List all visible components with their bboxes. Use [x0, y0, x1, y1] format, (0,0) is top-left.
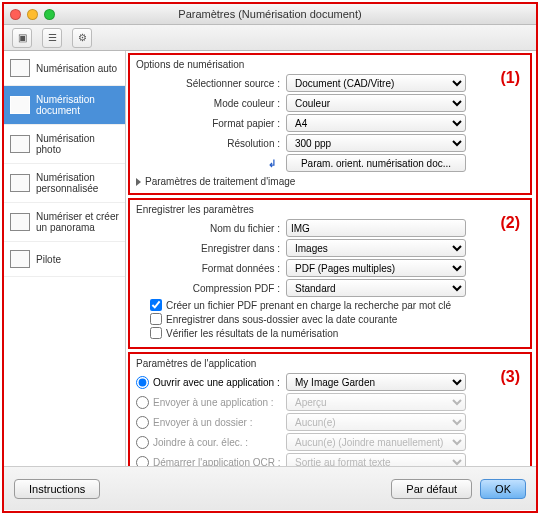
resolution-select[interactable]: 300 ppp: [286, 134, 466, 152]
sidebar-item-document[interactable]: Numérisation document: [4, 86, 125, 125]
sidebar-item-custom[interactable]: Numérisation personnalisée: [4, 164, 125, 203]
auto-icon: [10, 59, 30, 77]
sidebar-item-label: Numérisation auto: [36, 63, 117, 74]
sidebar-item-label: Numérisation personnalisée: [36, 172, 119, 194]
send-to-folder-radio[interactable]: [136, 416, 149, 429]
format-label: Format données :: [136, 263, 286, 274]
resolution-label: Résolution :: [136, 138, 286, 149]
section-title: Enregistrer les paramètres: [136, 204, 524, 215]
sidebar-item-label: Numériser et créer un panorama: [36, 211, 119, 233]
radio-label: Envoyer à une application :: [153, 397, 274, 408]
section-save-settings: (2) Enregistrer les paramètres Nom du fi…: [128, 198, 532, 349]
toolbar: ▣ ☰ ⚙: [4, 25, 536, 51]
paper-select[interactable]: A4: [286, 114, 466, 132]
pdf-searchable-checkbox[interactable]: [150, 299, 162, 311]
photo-icon: [10, 135, 30, 153]
source-label: Sélectionner source :: [136, 78, 286, 89]
attach-email-radio[interactable]: [136, 436, 149, 449]
section-application-settings: (3) Paramètres de l'application Ouvrir a…: [128, 352, 532, 466]
sidebar-item-photo[interactable]: Numérisation photo: [4, 125, 125, 164]
sidebar: Numérisation auto Numérisation document …: [4, 51, 126, 466]
paper-label: Format papier :: [136, 118, 286, 129]
section-number: (2): [500, 214, 520, 232]
section-number: (1): [500, 69, 520, 87]
attach-email-select: Aucun(e) (Joindre manuellement): [286, 433, 466, 451]
instructions-button[interactable]: Instructions: [14, 479, 100, 499]
send-to-app-select: Aperçu: [286, 393, 466, 411]
image-processing-disclosure[interactable]: Paramètres de traitement d'image: [136, 176, 524, 187]
main-panel: (1) Options de numérisation Sélectionner…: [126, 51, 536, 466]
document-icon: [10, 96, 30, 114]
panorama-icon: [10, 213, 30, 231]
defaults-button[interactable]: Par défaut: [391, 479, 472, 499]
check-results-checkbox[interactable]: [150, 327, 162, 339]
subfolder-date-checkbox[interactable]: [150, 313, 162, 325]
window-title: Paramètres (Numérisation document): [4, 8, 536, 20]
savein-select[interactable]: Images: [286, 239, 466, 257]
disclosure-label: Paramètres de traitement d'image: [145, 176, 295, 187]
sidebar-item-label: Numérisation document: [36, 94, 119, 116]
radio-label: Envoyer à un dossier :: [153, 417, 253, 428]
sidebar-item-driver[interactable]: Pilote: [4, 242, 125, 277]
start-ocr-select: Sortie au format texte: [286, 453, 466, 466]
savein-label: Enregistrer dans :: [136, 243, 286, 254]
start-ocr-radio[interactable]: [136, 456, 149, 467]
compression-label: Compression PDF :: [136, 283, 286, 294]
checkbox-label: Vérifier les résultats de la numérisatio…: [166, 328, 338, 339]
return-arrow-icon: ↲: [268, 158, 276, 169]
section-title: Options de numérisation: [136, 59, 524, 70]
ok-button[interactable]: OK: [480, 479, 526, 499]
section-scan-options: (1) Options de numérisation Sélectionner…: [128, 53, 532, 195]
filename-field[interactable]: [286, 219, 466, 237]
format-select[interactable]: PDF (Pages multiples): [286, 259, 466, 277]
section-title: Paramètres de l'application: [136, 358, 524, 369]
sidebar-item-panorama[interactable]: Numériser et créer un panorama: [4, 203, 125, 242]
send-to-app-radio[interactable]: [136, 396, 149, 409]
color-select[interactable]: Couleur: [286, 94, 466, 112]
radio-label: Ouvrir avec une application :: [153, 377, 280, 388]
orientation-settings-button[interactable]: Param. orient. numérisation doc...: [286, 154, 466, 172]
color-label: Mode couleur :: [136, 98, 286, 109]
footer: Instructions Par défaut OK: [4, 466, 536, 510]
titlebar: Paramètres (Numérisation document): [4, 4, 536, 25]
toolbar-general-settings-icon[interactable]: ⚙: [72, 28, 92, 48]
toolbar-scan-from-computer-icon[interactable]: ▣: [12, 28, 32, 48]
section-number: (3): [500, 368, 520, 386]
sidebar-item-auto[interactable]: Numérisation auto: [4, 51, 125, 86]
disclosure-triangle-icon: [136, 178, 141, 186]
checkbox-label: Enregistrer dans sous-dossier avec la da…: [166, 314, 397, 325]
toolbar-scan-from-panel-icon[interactable]: ☰: [42, 28, 62, 48]
radio-label: Joindre à cour. élec. :: [153, 437, 248, 448]
custom-icon: [10, 174, 30, 192]
filename-label: Nom du fichier :: [136, 223, 286, 234]
driver-icon: [10, 250, 30, 268]
open-with-app-radio[interactable]: [136, 376, 149, 389]
sidebar-item-label: Pilote: [36, 254, 61, 265]
send-to-folder-select: Aucun(e): [286, 413, 466, 431]
radio-label: Démarrer l'application OCR :: [153, 457, 281, 467]
source-select[interactable]: Document (CAD/Vitre): [286, 74, 466, 92]
checkbox-label: Créer un fichier PDF prenant en charge l…: [166, 300, 451, 311]
sidebar-item-label: Numérisation photo: [36, 133, 119, 155]
compression-select[interactable]: Standard: [286, 279, 466, 297]
open-with-app-select[interactable]: My Image Garden: [286, 373, 466, 391]
